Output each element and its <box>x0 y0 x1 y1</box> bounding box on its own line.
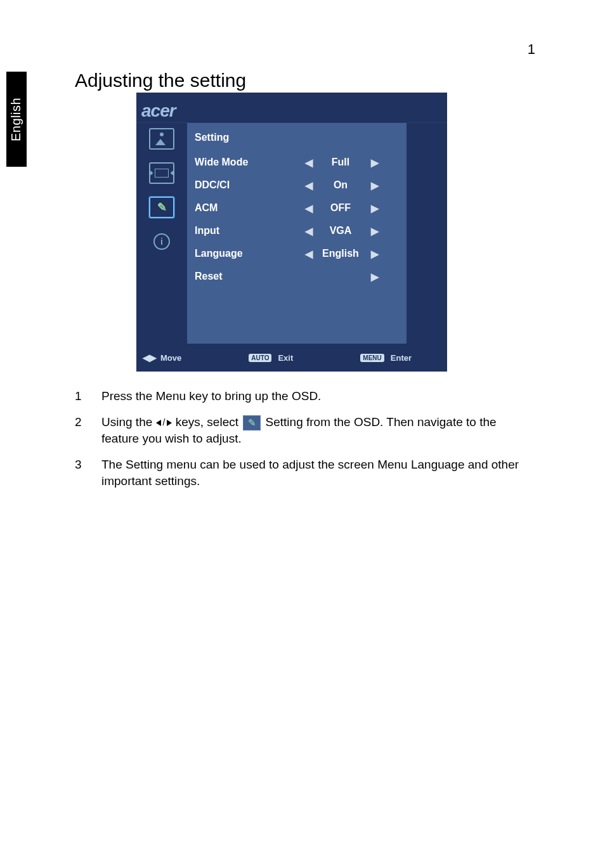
step-number: 3 <box>75 457 101 490</box>
footer-menu-box: MENU <box>360 354 384 362</box>
step2-mid: keys, select <box>176 415 242 429</box>
osd-row-acm[interactable]: ACM ◀ OFF ▶ <box>195 197 396 219</box>
arrow-right-icon[interactable]: ▶ <box>368 271 381 283</box>
brand-logo: acer <box>141 101 176 121</box>
step-text: Press the Menu key to bring up the OSD. <box>101 388 531 405</box>
row-label: Wide Mode <box>195 157 302 168</box>
language-tab: English <box>6 72 27 167</box>
footer-arrows-icon: ◀▶ <box>143 353 157 363</box>
instruction-step-2: 2 Using the / keys, select ✎ Setting fro… <box>75 414 531 448</box>
step-number: 2 <box>75 414 101 448</box>
row-label: Reset <box>195 271 302 282</box>
osd-row-input[interactable]: Input ◀ VGA ▶ <box>195 219 396 242</box>
arrow-right-icon[interactable]: ▶ <box>368 248 381 260</box>
step-number: 1 <box>75 388 101 405</box>
footer-move-label: Move <box>160 353 181 363</box>
setting-icon[interactable]: ✎ <box>149 197 174 218</box>
arrow-left-icon[interactable]: ◀ <box>302 179 315 191</box>
inline-slash: / <box>163 417 166 427</box>
arrow-left-icon[interactable]: ◀ <box>302 225 315 237</box>
inline-left-arrow-icon <box>156 420 161 426</box>
osd-footer: ◀▶ Move AUTO Exit MENU Enter <box>136 344 447 372</box>
osd-body: ✎ i Setting Wide Mode ◀ Full ▶ DDC/CI ◀ … <box>136 123 447 344</box>
osd-right-gutter <box>407 123 447 344</box>
step2-pre: Using the <box>101 415 156 429</box>
footer-exit-label: Exit <box>278 353 293 363</box>
info-icon[interactable]: i <box>149 231 174 252</box>
step-text: Using the / keys, select ✎ Setting from … <box>101 414 531 448</box>
row-label: Language <box>195 248 302 259</box>
arrow-left-icon[interactable]: ◀ <box>302 202 315 214</box>
page-title: Adjusting the setting <box>75 70 246 91</box>
language-tab-label: English <box>10 97 24 141</box>
osd-header: acer <box>136 93 447 123</box>
arrow-right-icon[interactable]: ▶ <box>368 202 381 214</box>
page-number: 1 <box>528 41 535 58</box>
adjust-icon-glyph <box>155 169 169 178</box>
osd-row-ddcci[interactable]: DDC/CI ◀ On ▶ <box>195 174 396 197</box>
instruction-step-3: 3 The Setting menu can be used to adjust… <box>75 457 531 490</box>
setting-icon-glyph: ✎ <box>157 200 167 214</box>
picture-icon[interactable] <box>149 128 174 150</box>
osd-section-title: Setting <box>195 132 396 143</box>
arrow-left-icon[interactable]: ◀ <box>302 248 315 260</box>
osd-row-wide-mode[interactable]: Wide Mode ◀ Full ▶ <box>195 151 396 174</box>
footer-auto-box: AUTO <box>249 354 271 362</box>
row-value: OFF <box>315 202 366 214</box>
osd-panel: acer ✎ i Setting Wide Mode ◀ Full ▶ <box>136 93 447 372</box>
instruction-list: 1 Press the Menu key to bring up the OSD… <box>75 388 531 499</box>
arrow-right-icon[interactable]: ▶ <box>368 179 381 191</box>
row-value: On <box>315 179 366 191</box>
inline-setting-icon: ✎ <box>243 415 261 431</box>
adjust-icon[interactable] <box>149 162 174 184</box>
arrow-right-icon[interactable]: ▶ <box>368 157 381 169</box>
row-value: English <box>315 248 366 259</box>
footer-enter-label: Enter <box>391 353 412 363</box>
info-icon-glyph: i <box>153 233 170 250</box>
row-value: VGA <box>315 225 366 236</box>
inline-right-arrow-icon <box>167 420 172 426</box>
row-label: Input <box>195 225 302 236</box>
row-label: ACM <box>195 202 302 214</box>
osd-category-sidebar: ✎ i <box>136 123 187 344</box>
arrow-left-icon[interactable]: ◀ <box>302 157 315 169</box>
row-label: DDC/CI <box>195 179 302 191</box>
step-text: The Setting menu can be used to adjust t… <box>101 457 531 490</box>
row-value: Full <box>315 157 366 168</box>
osd-main: Setting Wide Mode ◀ Full ▶ DDC/CI ◀ On ▶… <box>187 123 407 344</box>
osd-row-language[interactable]: Language ◀ English ▶ <box>195 242 396 265</box>
osd-row-reset[interactable]: Reset ◀ ▶ <box>195 265 396 288</box>
instruction-step-1: 1 Press the Menu key to bring up the OSD… <box>75 388 531 405</box>
arrow-right-icon[interactable]: ▶ <box>368 225 381 237</box>
